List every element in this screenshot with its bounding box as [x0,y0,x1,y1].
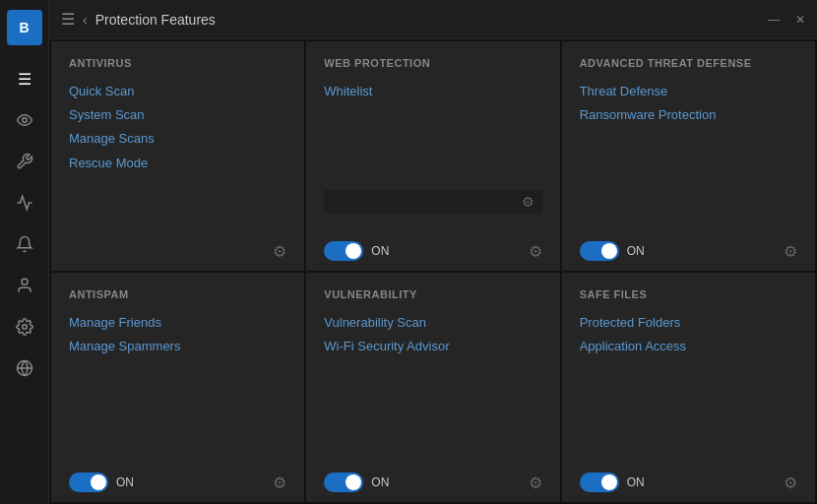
svg-point-2 [22,325,27,330]
sidebar-icon-eye[interactable] [7,102,42,138]
back-icon[interactable]: ‹ [83,12,88,28]
hamburger-icon[interactable]: ☰ [61,10,75,29]
card-antivirus-footer: ⚙ [69,234,286,261]
link-manage-friends[interactable]: Manage Friends [69,314,286,332]
link-threat-defense[interactable]: Threat Defense [580,83,797,100]
web-toggle-label: ON [371,244,389,258]
gear-icon-web-input[interactable]: ⚙ [522,194,534,210]
features-grid: ANTIVIRUS Quick Scan System Scan Manage … [49,39,817,504]
card-vulnerability-title: VULNERABILITY [324,288,541,300]
sidebar-icon-analytics[interactable] [7,185,42,220]
card-safe-files: SAFE FILES Protected Folders Application… [562,273,815,502]
advanced-toggle-label: ON [627,244,645,258]
sidebar-icon-globe[interactable] [7,350,42,386]
card-vulnerability: VULNERABILITY Vulnerability Scan Wi-Fi S… [306,273,559,502]
web-toggle[interactable] [324,241,363,261]
card-antispam: ANTISPAM Manage Friends Manage Spammers … [51,273,304,502]
sidebar-icon-menu[interactable]: ☰ [7,61,42,96]
vulnerability-toggle[interactable] [324,472,363,492]
card-antispam-links: Manage Friends Manage Spammers [69,314,286,384]
advanced-toggle[interactable] [580,241,619,261]
card-antispam-footer: ON ⚙ [69,465,286,492]
link-rescue-mode[interactable]: Rescue Mode [69,155,286,172]
gear-icon-advanced[interactable]: ⚙ [784,242,797,261]
link-quick-scan[interactable]: Quick Scan [69,83,286,100]
gear-icon-web[interactable]: ⚙ [529,242,542,261]
card-advanced-footer: ON ⚙ [580,233,797,261]
card-antivirus-links: Quick Scan System Scan Manage Scans Resc… [69,83,286,222]
card-safe-footer: ON ⚙ [580,465,797,492]
card-antivirus: ANTIVIRUS Quick Scan System Scan Manage … [51,41,304,271]
link-ransomware[interactable]: Ransomware Protection [580,106,797,124]
link-whitelist[interactable]: Whitelist [324,83,541,100]
antispam-toggle-group: ON [69,472,134,492]
card-vulnerability-links: Vulnerability Scan Wi-Fi Security Adviso… [324,314,541,384]
safe-toggle[interactable] [580,472,619,492]
vulnerability-toggle-label: ON [371,475,389,489]
card-web-links: Whitelist [324,83,541,190]
gear-icon-vulnerability[interactable]: ⚙ [529,473,542,492]
minimize-button[interactable]: — [768,13,780,27]
card-vulnerability-footer: ON ⚙ [324,465,541,492]
antispam-toggle[interactable] [69,472,108,492]
card-safe-title: SAFE FILES [580,288,797,300]
sidebar-icon-tools[interactable] [7,144,42,179]
main-content: ☰ ‹ Protection Features — ✕ ANTIVIRUS Qu… [49,0,817,504]
link-manage-scans[interactable]: Manage Scans [69,130,286,148]
sidebar: B ☰ [0,0,49,504]
advanced-toggle-group: ON [580,241,645,261]
svg-point-0 [22,118,27,123]
card-antivirus-title: ANTIVIRUS [69,57,286,69]
gear-icon-antispam[interactable]: ⚙ [273,473,286,492]
title-bar: ☰ ‹ Protection Features — ✕ [49,0,817,39]
sidebar-icon-bell[interactable] [7,226,42,262]
web-input-row: ⚙ [324,190,541,214]
vulnerability-toggle-group: ON [324,472,389,492]
gear-icon-safe[interactable]: ⚙ [784,473,797,492]
card-advanced-links: Threat Defense Ransomware Protection [580,83,797,221]
card-web-protection: WEB PROTECTION Whitelist ⚙ ON ⚙ [306,41,559,271]
card-advanced-threat: ADVANCED THREAT DEFENSE Threat Defense R… [562,41,815,271]
link-protected-folders[interactable]: Protected Folders [580,314,797,332]
card-web-footer: ON ⚙ [324,233,541,261]
svg-point-1 [22,279,28,284]
link-manage-spammers[interactable]: Manage Spammers [69,338,286,355]
link-vulnerability-scan[interactable]: Vulnerability Scan [324,314,541,332]
safe-toggle-group: ON [580,472,645,492]
close-button[interactable]: ✕ [795,13,805,27]
safe-toggle-label: ON [627,475,645,489]
web-input[interactable] [332,195,521,209]
page-title: Protection Features [95,12,216,28]
link-wifi-advisor[interactable]: Wi-Fi Security Advisor [324,338,541,355]
card-antispam-title: ANTISPAM [69,288,286,300]
brand-icon[interactable]: B [7,10,42,45]
sidebar-icon-user[interactable] [7,268,42,303]
card-advanced-title: ADVANCED THREAT DEFENSE [580,57,797,69]
link-application-access[interactable]: Application Access [580,338,797,355]
link-system-scan[interactable]: System Scan [69,106,286,124]
card-safe-links: Protected Folders Application Access [580,314,797,384]
web-toggle-group: ON [324,241,389,261]
antispam-toggle-label: ON [116,475,134,489]
gear-icon-antivirus[interactable]: ⚙ [273,242,286,261]
card-web-title: WEB PROTECTION [324,57,541,69]
sidebar-icon-settings[interactable] [7,309,42,345]
window-controls: — ✕ [768,13,805,27]
